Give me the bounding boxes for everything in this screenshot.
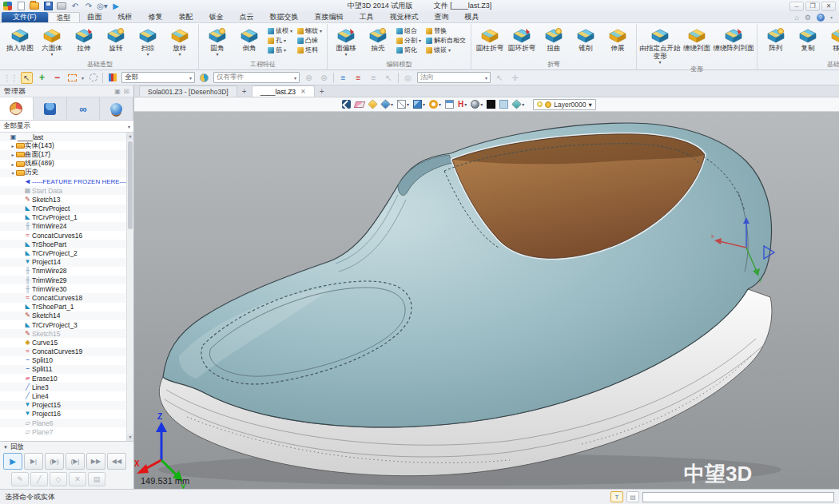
entity-filter-combobox[interactable]: 全部 ▾ [121, 72, 195, 83]
probe-icon[interactable]: ✛ [509, 72, 521, 84]
document-tab-last[interactable]: ____last.Z3 ✕ [252, 85, 315, 97]
shade-teal-button[interactable]: ▾ [512, 100, 524, 109]
orient-disc-icon[interactable]: ◎ [402, 72, 414, 84]
play-button-qat[interactable]: ▶ [111, 2, 121, 11]
open-file-button[interactable] [30, 2, 39, 11]
ribbon-button-扭曲[interactable]: 扭曲 [538, 25, 570, 53]
tree-item-26[interactable]: Split11 [0, 365, 126, 374]
tree-item-3[interactable]: ▸线框(489) [0, 160, 126, 169]
tree-expander-icon[interactable]: ▸ [10, 143, 16, 149]
ribbon-button-圆角[interactable]: 圆角▾ [201, 25, 233, 57]
ribbon-button-拉伸[interactable]: 拉伸 [68, 25, 100, 53]
app-logo-icon[interactable] [3, 2, 12, 10]
filter-caret-icon[interactable]: ▾ [186, 75, 192, 81]
tree-item-13[interactable]: TrCrvProject_2 [0, 248, 126, 257]
ribbon-small-button-坯料[interactable]: 坯料 [296, 46, 323, 54]
tree-scrollbar[interactable]: ▲ ▼ [126, 133, 133, 441]
menu-tab-12[interactable]: 模具 [457, 12, 487, 22]
background-light-button[interactable] [499, 100, 508, 109]
ribbon-small-button-简化[interactable]: 简化 [396, 46, 422, 54]
play-from-button[interactable]: (▶) [45, 453, 64, 470]
delete-feature-icon[interactable]: ✕ [69, 472, 86, 486]
scope-caret-icon[interactable]: ▾ [291, 75, 296, 81]
filter-stack-icon-3[interactable]: ≡ [368, 72, 380, 84]
redo-button[interactable]: ↷ [84, 2, 93, 11]
ribbon-small-button-镶嵌[interactable]: 镶嵌▾ [425, 46, 467, 54]
new-document-tab-button-2[interactable]: + [316, 86, 328, 97]
tree-item-20[interactable]: Sketch14 [0, 312, 126, 320]
save-button[interactable] [43, 2, 53, 11]
ribbon-button-放样[interactable]: 放样▾ [164, 25, 196, 57]
step-forward-button[interactable]: ▶| [24, 453, 43, 470]
tab-history-manager[interactable] [0, 97, 34, 120]
home-icon[interactable]: ⌂ [794, 14, 798, 22]
dropdown-caret-icon[interactable]: ▾ [448, 47, 451, 53]
shade-gold-button[interactable] [368, 100, 377, 109]
tree-item-27[interactable]: Erase10 [0, 374, 126, 383]
marquee-select-button[interactable] [66, 72, 78, 84]
menu-tab-7[interactable]: 数据交换 [262, 12, 307, 22]
tree-item-19[interactable]: TrShoePart_1 [0, 303, 126, 312]
tree-item-29[interactable]: Line4 [0, 391, 126, 400]
tree-item-1[interactable]: ▸实体(143) [0, 141, 126, 150]
ribbon-button-圆环折弯[interactable]: 圆环折弯 [506, 25, 538, 53]
link-icon[interactable]: ⊜ [303, 72, 315, 84]
orientation-caret-icon[interactable]: ▾ [482, 75, 487, 81]
ribbon-button-抽壳[interactable]: 抽壳 [362, 25, 394, 53]
ribbon-button-阵列[interactable]: 阵列 [760, 25, 792, 53]
dropdown-caret-icon[interactable]: ▾ [320, 28, 322, 34]
panel-icon[interactable]: ▤ [88, 472, 105, 486]
menu-tab-11[interactable]: 查询 [427, 12, 457, 22]
ribbon-button-缠绕到面[interactable]: 缠绕到面 [681, 25, 713, 53]
rewind-button[interactable]: ◀◀ [107, 453, 126, 470]
dropdown-caret-icon[interactable]: ▾ [284, 38, 286, 43]
manager-close-icon[interactable]: ☒ [124, 88, 129, 95]
ribbon-small-button-孔[interactable]: 孔▾ [267, 36, 293, 45]
filter-list-icon[interactable] [106, 72, 118, 84]
ribbon-small-button-拔模[interactable]: 拔模▾ [267, 26, 293, 35]
tree-item-10[interactable]: TrimWire24 [0, 222, 126, 231]
exit-sketch-button[interactable] [342, 100, 351, 109]
tree-item-16[interactable]: TrimWire29 [0, 276, 126, 284]
scroll-thumb[interactable] [128, 141, 133, 229]
menu-tab-10[interactable]: 视觉样式 [382, 12, 427, 22]
document-tab-sola001[interactable]: Sola001.Z3 - [Desenho3D] [139, 85, 237, 97]
ribbon-button-六面体[interactable]: 六面体▾ [36, 25, 68, 57]
layer-caret-icon[interactable]: ▾ [589, 101, 592, 109]
orientation-combobox[interactable]: 法向 ▾ [417, 72, 491, 83]
help-icon[interactable]: ? [817, 14, 825, 22]
shaded-sphere-button[interactable]: ▾ [471, 100, 483, 109]
shade-blue-button[interactable]: ▾ [381, 100, 393, 109]
tree-item-24[interactable]: ConcatCurves19 [0, 347, 126, 356]
ribbon-small-button-凸缘[interactable]: 凸缘 [296, 36, 323, 45]
menu-tab-0[interactable]: 造型 [48, 12, 80, 22]
regen-dropdown-button[interactable]: ◎▾ [97, 2, 107, 11]
tree-item-21[interactable]: TrCrvProject_3 [0, 320, 126, 329]
scroll-down-icon[interactable]: ▼ [127, 434, 133, 441]
tree-filter-caret-icon[interactable]: ▾ [128, 124, 130, 129]
tree-filter-combobox[interactable]: 全部显示 ▾ [0, 121, 133, 133]
scroll-up-icon[interactable]: ▲ [127, 133, 133, 140]
dropdown-caret-icon[interactable]: ▾ [216, 53, 218, 57]
menu-tab-8[interactable]: 直接编辑 [307, 12, 352, 22]
list-mode-button[interactable]: ▤ [626, 491, 639, 502]
menu-tab-9[interactable]: 工具 [352, 12, 382, 22]
help-caret-icon[interactable]: ▾ [830, 14, 833, 20]
tree-item-5[interactable]: -----FEATURE FROZEN HERE----- [0, 177, 126, 186]
window-view-button[interactable] [445, 100, 454, 109]
pick-cursor-button[interactable]: ↖ [21, 72, 33, 84]
viewport-3d[interactable]: x y Z X Y [134, 112, 839, 489]
scope-combobox[interactable]: 仅有零件 ▾ [213, 72, 300, 83]
regen-button[interactable] [198, 72, 210, 84]
ribbon-small-button-分割[interactable]: 分割▾ [396, 36, 422, 45]
tree-expander-icon[interactable]: ▸ [10, 161, 16, 167]
settings-gear-icon[interactable]: ⚙ [805, 14, 811, 22]
text-mode-button[interactable]: T [610, 491, 623, 502]
dropdown-caret-icon[interactable]: ▾ [284, 47, 286, 53]
ribbon-button-缠绕阵列到面[interactable]: 缠绕阵列到面 [713, 25, 754, 53]
wireframe-mode-button[interactable]: ▾ [397, 100, 409, 109]
play-to-button[interactable]: (▶| [66, 453, 85, 470]
dropdown-caret-icon[interactable]: ▾ [146, 53, 149, 57]
heal-display-button[interactable]: H▾ [458, 100, 467, 109]
ribbon-button-旋转[interactable]: 旋转 [100, 25, 132, 53]
